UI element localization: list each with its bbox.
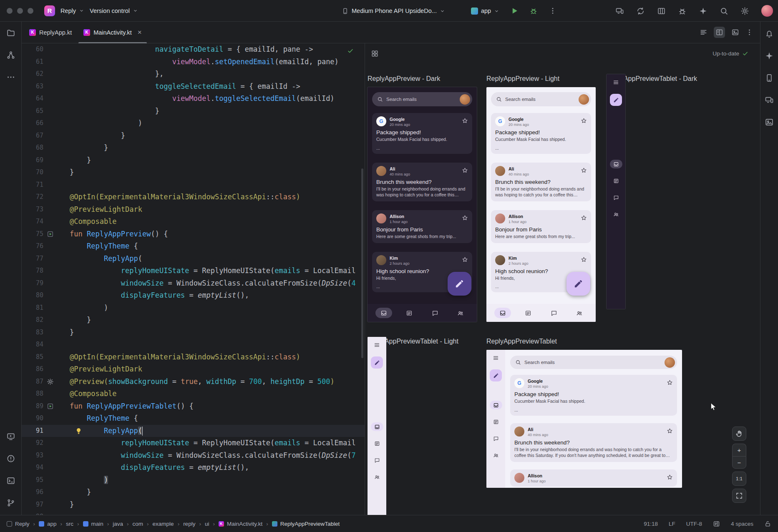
line-number[interactable]: 86 <box>22 363 43 376</box>
project-tool-icon[interactable] <box>6 28 15 38</box>
breadcrumb-item[interactable]: src <box>66 521 73 527</box>
code-line-88[interactable]: 88@Composable <box>22 388 365 400</box>
device-mirroring-icon[interactable] <box>615 7 624 15</box>
inspections-ok-icon[interactable] <box>347 48 354 54</box>
run-configuration-selector[interactable]: app <box>471 8 499 15</box>
compose-preview-gutter-icon[interactable] <box>47 231 54 238</box>
line-number[interactable]: 72 <box>22 191 43 203</box>
code-line-92[interactable]: 92 replyHomeUIState = ReplyHomeUIState(e… <box>22 437 365 449</box>
vcs-widget[interactable]: Version control <box>90 8 138 14</box>
line-number[interactable]: 68 <box>22 142 43 154</box>
indent-widget[interactable]: 4 spaces <box>731 521 753 527</box>
line-number[interactable]: 78 <box>22 265 43 277</box>
more-tool-windows-icon[interactable] <box>6 73 15 82</box>
code-line-84[interactable]: 84 <box>22 339 365 351</box>
device-manager-icon[interactable] <box>765 73 774 83</box>
line-number[interactable]: 93 <box>22 449 43 462</box>
breadcrumb-item[interactable]: ui <box>205 521 209 527</box>
line-number[interactable]: 92 <box>22 437 43 449</box>
breadcrumb-item[interactable]: example <box>153 521 174 527</box>
line-number[interactable]: 75 <box>22 228 43 241</box>
preview-card[interactable]: Search emailsGoogle20 mins agoPackage sh… <box>486 87 596 322</box>
terminal-tool-icon[interactable] <box>6 476 15 485</box>
project-selector[interactable]: Reply <box>60 8 84 14</box>
line-number[interactable]: 91 <box>22 425 43 437</box>
notifications-bell-icon[interactable] <box>765 29 774 38</box>
breadcrumb-item[interactable]: ReplyAppPreviewTablet <box>272 521 340 527</box>
split-mode-icon[interactable] <box>714 27 725 38</box>
line-number[interactable]: 83 <box>22 326 43 339</box>
code-line-60[interactable]: 60 navigateToDetail = { emailId, pane -> <box>22 43 365 56</box>
compose-preview-gutter-icon[interactable] <box>47 403 54 410</box>
code-line-62[interactable]: 62 }, <box>22 68 365 80</box>
code-line-66[interactable]: 66 ) <box>22 117 365 130</box>
zoom-in-button[interactable]: + <box>732 444 746 456</box>
commit-tool-icon[interactable] <box>6 50 15 60</box>
code-line-90[interactable]: 90 ReplyTheme { <box>22 412 365 425</box>
code-line-95[interactable]: 95 ) <box>22 474 365 487</box>
line-number[interactable]: 94 <box>22 462 43 474</box>
line-number[interactable]: 64 <box>22 93 43 105</box>
code-line-61[interactable]: 61 viewModel.setOpenedEmail(emailId, pan… <box>22 56 365 68</box>
settings-gear-icon[interactable] <box>740 7 749 15</box>
code-line-91[interactable]: 91 ReplyApp( <box>22 425 365 437</box>
line-number[interactable]: 98 <box>22 511 43 515</box>
sync-project-icon[interactable] <box>636 7 645 15</box>
line-number[interactable]: 73 <box>22 203 43 216</box>
line-number[interactable]: 71 <box>22 179 43 191</box>
zoom-actual-size-button[interactable]: 1:1 <box>732 472 746 486</box>
code-line-83[interactable]: 83} <box>22 326 365 339</box>
code-line-80[interactable]: 80 displayFeatures = emptyList(), <box>22 289 365 302</box>
breadcrumb-item[interactable]: app <box>39 521 57 527</box>
code-line-81[interactable]: 81 ) <box>22 302 365 314</box>
breadcrumb-item[interactable]: com <box>133 521 144 527</box>
device-selector[interactable]: Medium Phone API UpsideDo... <box>342 8 445 15</box>
code-line-78[interactable]: 78 replyHomeUIState = ReplyHomeUIState(e… <box>22 265 365 277</box>
line-number[interactable]: 60 <box>22 43 43 56</box>
editor-scrollbar[interactable] <box>361 168 363 358</box>
code-line-76[interactable]: 76 ReplyTheme { <box>22 240 365 253</box>
line-number[interactable]: 65 <box>22 105 43 118</box>
tab-replyapp-kt[interactable]: ReplyApp.kt <box>23 22 78 43</box>
close-tab-icon[interactable] <box>138 29 142 36</box>
code-line-97[interactable]: 97} <box>22 499 365 511</box>
code-line-98[interactable]: 98 <box>22 511 365 515</box>
line-number[interactable]: 90 <box>22 412 43 425</box>
line-number[interactable]: 87 <box>22 376 43 388</box>
code-line-70[interactable]: 70} <box>22 166 365 179</box>
debug-button[interactable] <box>529 7 538 15</box>
code-line-71[interactable]: 71 <box>22 179 365 191</box>
line-number[interactable]: 81 <box>22 302 43 314</box>
layout-inspector-icon[interactable] <box>765 118 774 127</box>
encoding-widget[interactable]: UTF-8 <box>686 521 702 527</box>
line-number[interactable]: 88 <box>22 388 43 400</box>
user-avatar[interactable] <box>761 5 773 17</box>
preview-card[interactable]: Search emailsGoogle20 mins agoPackage sh… <box>607 74 625 309</box>
pan-tool-button[interactable] <box>732 427 746 441</box>
line-number[interactable]: 96 <box>22 486 43 499</box>
preview-card[interactable]: Search emailsGoogle20 mins agoPackage sh… <box>368 87 477 322</box>
window-layout-icon[interactable] <box>657 7 666 15</box>
run-button[interactable] <box>510 7 519 15</box>
code-line-72[interactable]: 72@OptIn(ExperimentalMaterial3WindowSize… <box>22 191 365 203</box>
running-devices-tool-icon[interactable] <box>765 95 774 105</box>
code-line-82[interactable]: 82 } <box>22 314 365 326</box>
line-number[interactable]: 62 <box>22 68 43 80</box>
profiler-icon[interactable] <box>678 7 687 15</box>
zoom-out-button[interactable]: − <box>732 456 746 469</box>
code-line-75[interactable]: 75fun ReplyAppPreview() { <box>22 228 365 241</box>
preview-card[interactable]: Search emailsGoogle20 mins agoPackage sh… <box>368 337 386 515</box>
line-number[interactable]: 66 <box>22 117 43 130</box>
breadcrumb-item[interactable]: Reply <box>7 521 30 527</box>
problems-tool-icon[interactable] <box>6 454 15 463</box>
code-line-96[interactable]: 96 } <box>22 486 365 499</box>
code-line-65[interactable]: 65 } <box>22 105 365 118</box>
window-zoom-button[interactable] <box>28 8 33 14</box>
gemini-tool-icon[interactable] <box>765 51 774 60</box>
code-line-77[interactable]: 77 ReplyApp( <box>22 253 365 265</box>
reader-mode-icon[interactable] <box>713 520 720 527</box>
code-editor[interactable]: 60 navigateToDetail = { emailId, pane ->… <box>22 43 365 515</box>
line-number[interactable]: 63 <box>22 80 43 93</box>
code-line-85[interactable]: 85@OptIn(ExperimentalMaterial3WindowSize… <box>22 351 365 364</box>
editor-options-kebab-icon[interactable] <box>745 28 753 36</box>
